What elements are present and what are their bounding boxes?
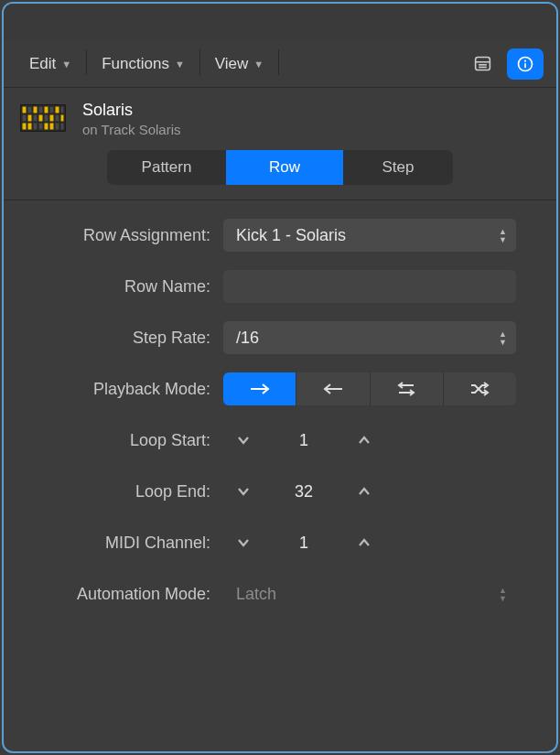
svg-rect-24: [22, 123, 27, 130]
increment-button[interactable]: [344, 475, 384, 508]
svg-rect-23: [60, 114, 64, 122]
window-titlebar[interactable]: [4, 4, 556, 40]
shuffle-icon: [468, 381, 491, 397]
loop-start-stepper[interactable]: 1: [223, 424, 384, 457]
chevron-down-icon: [236, 537, 251, 548]
midi-channel-label: MIDI Channel:: [20, 534, 223, 553]
decrement-button[interactable]: [223, 526, 264, 559]
tab-pattern[interactable]: Pattern: [107, 150, 226, 185]
row-name-label: Row Name:: [20, 277, 223, 297]
step-rate-value: /16: [236, 329, 259, 348]
arrow-right-icon: [248, 382, 272, 396]
loop-start-label: Loop Start:: [20, 431, 223, 450]
chevron-down-icon: ▼: [61, 59, 71, 70]
list-editors-button[interactable]: [463, 49, 501, 80]
chevron-down-icon: [236, 486, 251, 497]
playback-mode-pingpong[interactable]: [370, 372, 443, 405]
decrement-button[interactable]: [223, 475, 264, 508]
chevron-up-icon: [357, 486, 372, 497]
step-rate-select[interactable]: /16 ▲▼: [223, 321, 516, 354]
step-sequencer-icon: [20, 104, 66, 132]
chevron-down-icon: ▼: [175, 59, 185, 70]
tab-step[interactable]: Step: [343, 150, 453, 185]
chevron-up-icon: [357, 435, 372, 446]
loop-end-stepper[interactable]: 32: [223, 475, 384, 508]
svg-rect-11: [38, 106, 43, 113]
midi-channel-stepper[interactable]: 1: [223, 526, 384, 559]
view-menu-label: View: [215, 55, 249, 73]
decrement-button[interactable]: [223, 424, 264, 457]
updown-icon: ▲▼: [499, 228, 507, 243]
svg-rect-19: [38, 114, 43, 122]
automation-mode-select[interactable]: Latch ▲▼: [223, 577, 516, 610]
tab-row[interactable]: Row: [226, 150, 343, 185]
playback-mode-label: Playback Mode:: [20, 380, 223, 399]
midi-channel-value[interactable]: 1: [264, 534, 344, 553]
svg-rect-13: [49, 106, 54, 113]
row-assignment-value: Kick 1 - Solaris: [236, 226, 346, 245]
updown-icon: ▲▼: [499, 330, 507, 346]
svg-rect-27: [38, 123, 43, 130]
svg-rect-22: [55, 114, 59, 122]
toolbar-separator: [278, 49, 279, 75]
inspector-tabs: Pattern Row Step: [107, 150, 453, 185]
region-subtitle: on Track Solaris: [82, 122, 181, 137]
playback-mode-random[interactable]: [443, 372, 516, 405]
edit-menu-label: Edit: [29, 55, 56, 73]
row-assignment-select[interactable]: Kick 1 - Solaris ▲▼: [223, 219, 516, 252]
toolbar-separator: [86, 49, 87, 75]
playback-mode-backward[interactable]: [296, 372, 369, 405]
svg-rect-18: [33, 114, 38, 122]
svg-rect-30: [55, 123, 59, 130]
updown-icon: ▲▼: [499, 587, 507, 602]
view-menu[interactable]: View ▼: [202, 49, 276, 79]
region-title: Solaris: [82, 101, 181, 120]
region-title-block: Solaris on Track Solaris: [82, 101, 181, 137]
increment-button[interactable]: [344, 424, 384, 457]
menu-bar: Edit ▼ Functions ▼ View ▼: [16, 49, 281, 79]
svg-rect-15: [60, 106, 64, 113]
loop-start-value[interactable]: 1: [264, 431, 344, 450]
svg-rect-16: [22, 114, 27, 122]
info-icon: [516, 55, 534, 73]
step-rate-label: Step Rate:: [20, 329, 223, 348]
svg-rect-8: [22, 106, 27, 113]
inspector-window: Edit ▼ Functions ▼ View ▼: [2, 2, 558, 753]
region-header: Solaris on Track Solaris: [4, 88, 556, 137]
svg-rect-17: [27, 114, 32, 122]
svg-rect-29: [49, 123, 54, 130]
arrow-left-icon: [321, 382, 345, 396]
svg-rect-26: [33, 123, 38, 130]
svg-rect-10: [33, 106, 38, 113]
chevron-down-icon: ▼: [253, 59, 264, 70]
svg-rect-21: [49, 114, 54, 122]
svg-rect-0: [475, 58, 490, 70]
toolbar: Edit ▼ Functions ▼ View ▼: [4, 40, 556, 88]
playback-mode-segmented: [223, 372, 516, 405]
toolbar-separator: [199, 49, 200, 75]
svg-rect-9: [27, 106, 32, 113]
svg-point-5: [524, 59, 526, 61]
svg-rect-12: [44, 106, 48, 113]
chevron-down-icon: [236, 435, 251, 446]
row-assignment-label: Row Assignment:: [20, 226, 223, 245]
svg-rect-31: [60, 123, 64, 130]
loop-end-label: Loop End:: [20, 482, 223, 502]
row-settings-form: Row Assignment: Kick 1 - Solaris ▲▼ Row …: [4, 200, 556, 629]
loop-end-value[interactable]: 32: [264, 482, 344, 502]
increment-button[interactable]: [344, 526, 384, 559]
inspector-toggle-button[interactable]: [507, 49, 544, 80]
svg-rect-14: [55, 106, 59, 113]
automation-mode-label: Automation Mode:: [20, 585, 223, 604]
svg-rect-25: [27, 123, 32, 130]
chevron-up-icon: [357, 537, 372, 548]
automation-mode-value: Latch: [236, 585, 276, 604]
arrows-both-icon: [394, 381, 418, 397]
edit-menu[interactable]: Edit ▼: [16, 49, 84, 79]
playback-mode-forward[interactable]: [223, 372, 296, 405]
svg-rect-6: [524, 63, 526, 68]
functions-menu-label: Functions: [102, 55, 169, 73]
svg-rect-20: [44, 114, 48, 122]
functions-menu[interactable]: Functions ▼: [89, 49, 198, 79]
row-name-input[interactable]: [223, 270, 516, 303]
